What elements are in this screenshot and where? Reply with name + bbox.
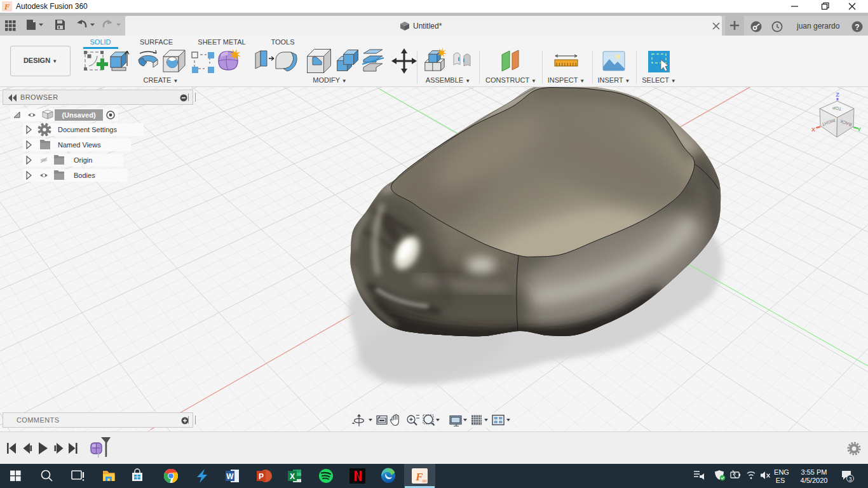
svg-text:4/5/2020: 4/5/2020: [801, 477, 828, 484]
svg-text:W: W: [226, 472, 234, 481]
svg-text:360: 360: [422, 480, 427, 483]
svg-text:Origin: Origin: [74, 156, 92, 164]
svg-text:Bodies: Bodies: [74, 172, 95, 179]
svg-text:Named Views: Named Views: [58, 141, 101, 149]
svg-text:Document Settings: Document Settings: [58, 126, 117, 133]
svg-text:(Unsaved): (Unsaved): [62, 111, 96, 119]
svg-text:X: X: [290, 472, 295, 481]
svg-text:P: P: [259, 472, 264, 481]
svg-text:F: F: [4, 2, 10, 11]
svg-text:X: X: [811, 126, 815, 133]
svg-text:Z: Z: [836, 92, 839, 98]
svg-text:?: ?: [855, 23, 859, 32]
svg-text:ENG: ENG: [774, 468, 789, 476]
svg-text:3:55 PM: 3:55 PM: [801, 468, 827, 476]
svg-text:ES: ES: [776, 477, 785, 484]
svg-text:Y: Y: [857, 126, 861, 133]
svg-text:3: 3: [849, 476, 852, 482]
